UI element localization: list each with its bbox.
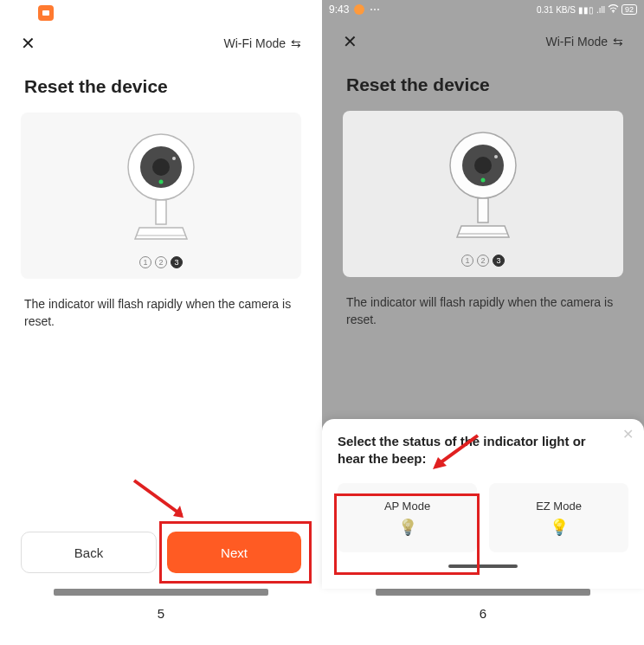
- ez-mode-label: EZ Mode: [536, 500, 582, 513]
- svg-point-5: [159, 180, 164, 184]
- step-3: 3: [493, 255, 505, 267]
- sheet-title: Select the status of the indicator light…: [338, 433, 628, 468]
- annotation-arrow-left: [130, 476, 199, 528]
- step-indicator: 1 2 3: [139, 256, 183, 268]
- step-2: 2: [155, 256, 167, 268]
- svg-marker-9: [173, 506, 184, 518]
- next-button[interactable]: Next: [167, 532, 301, 573]
- instruction-text: The indicator will flash rapidly when th…: [322, 282, 644, 340]
- step-3: 3: [171, 256, 183, 268]
- status-time: 9:43: [329, 3, 349, 16]
- step-1: 1: [139, 256, 151, 268]
- step-2: 2: [477, 255, 489, 267]
- signal-icon: ▮▮▯: [578, 5, 594, 15]
- camera-icon-top: [38, 5, 54, 21]
- status-net: 0.31 KB/S: [537, 5, 576, 15]
- sheet-close-icon[interactable]: ✕: [622, 426, 634, 442]
- camera-illustration: [431, 126, 535, 248]
- bulb-off-icon: 💡: [398, 518, 417, 537]
- svg-rect-6: [156, 200, 166, 224]
- camera-illustration: [109, 128, 213, 249]
- bulb-on-icon: 💡: [550, 518, 569, 537]
- wifi-icon: [608, 4, 619, 15]
- svg-point-13: [474, 157, 492, 174]
- wifi-mode-label: Wi-Fi Mode: [223, 36, 286, 50]
- svg-point-4: [172, 157, 176, 160]
- panel-step-5: ✕ Wi-Fi Mode ⇆ Reset the device 1 2 3: [0, 0, 322, 589]
- home-indicator: [448, 564, 518, 568]
- status-dot-icon: [354, 4, 364, 15]
- status-bar: 9:43 ⋯ 0.31 KB/S ▮▮▯ .ıll 92: [322, 0, 644, 19]
- svg-rect-0: [42, 10, 49, 16]
- svg-point-3: [152, 158, 170, 176]
- svg-line-8: [134, 481, 182, 515]
- status-more-icon: ⋯: [370, 3, 380, 16]
- page-title: Reset the device: [0, 62, 322, 107]
- signal-icon-2: .ıll: [596, 5, 605, 15]
- close-icon[interactable]: ✕: [21, 33, 35, 54]
- separator-bar: [54, 589, 268, 596]
- ap-mode-card[interactable]: AP Mode 💡: [338, 483, 477, 552]
- swap-icon: ⇆: [291, 36, 301, 50]
- ez-mode-card[interactable]: EZ Mode 💡: [489, 483, 628, 552]
- swap-icon: ⇆: [613, 35, 623, 48]
- device-illustration-card: 1 2 3: [21, 113, 301, 279]
- ap-mode-label: AP Mode: [384, 500, 430, 513]
- battery-icon: 92: [621, 4, 637, 15]
- svg-point-14: [494, 155, 498, 158]
- wifi-mode-label: Wi-Fi Mode: [545, 35, 608, 48]
- wifi-mode-button[interactable]: Wi-Fi Mode ⇆: [223, 36, 301, 50]
- step-number-left: 5: [0, 597, 322, 621]
- svg-rect-16: [478, 198, 488, 223]
- step-indicator: 1 2 3: [461, 255, 505, 267]
- page-title: Reset the device: [322, 61, 644, 106]
- instruction-text: The indicator will flash rapidly when th…: [0, 284, 322, 342]
- step-1: 1: [461, 255, 473, 267]
- step-number-right: 6: [322, 597, 644, 621]
- mode-select-sheet: ✕ Select the status of the indicator lig…: [322, 419, 644, 590]
- svg-point-15: [481, 178, 486, 183]
- device-illustration-card: 1 2 3: [343, 111, 623, 277]
- wifi-mode-button[interactable]: Wi-Fi Mode ⇆: [545, 35, 623, 48]
- svg-point-10: [613, 11, 615, 13]
- close-icon[interactable]: ✕: [343, 31, 357, 52]
- back-button[interactable]: Back: [21, 532, 157, 573]
- panel-step-6: 9:43 ⋯ 0.31 KB/S ▮▮▯ .ıll 92 ✕ Wi-Fi Mod…: [322, 0, 644, 589]
- separator-bar: [376, 589, 590, 596]
